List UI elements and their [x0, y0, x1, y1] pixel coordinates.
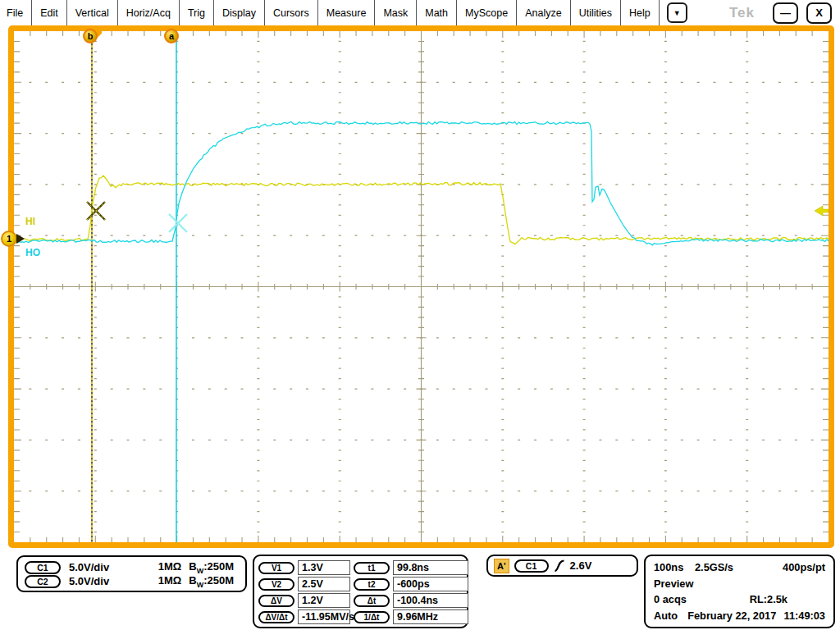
trigger-mode: Auto: [654, 609, 678, 622]
acquisition-status: Preview: [654, 578, 693, 590]
channel-readout-box: C1 5.0V/div 1MΩBW:250M C2 5.0V/div 1MΩBW…: [16, 555, 247, 592]
trigger-level-value: 2.6V: [570, 559, 592, 572]
channel-2-coupling: 1MΩBW:250M: [158, 574, 234, 589]
record-length: RL:2.5k: [750, 593, 788, 605]
cursor-b-handle[interactable]: b: [83, 29, 98, 43]
trace-label-hi: HI: [25, 216, 35, 227]
datetime-row: Auto February 22, 2017 11:49:03: [654, 609, 825, 622]
menu-file[interactable]: File: [0, 0, 32, 25]
channel-1-row: C1 5.0V/div 1MΩBW:250M: [25, 560, 239, 574]
channel-1-marker[interactable]: 1: [1, 231, 17, 247]
channel-1-coupling: 1MΩBW:250M: [158, 560, 234, 575]
menu-mask[interactable]: Mask: [375, 0, 417, 25]
channel-2-scale: 5.0V/div: [69, 575, 109, 587]
channel-1-arrow-icon: [16, 234, 25, 244]
channel-2-button[interactable]: C2: [25, 575, 61, 588]
close-button[interactable]: X: [806, 2, 832, 24]
t2-value: -600ps: [393, 577, 468, 591]
freq-value: 9.96MHz: [393, 609, 468, 624]
menu-vertical[interactable]: Vertical: [67, 0, 118, 25]
trigger-readout-box: A' C1 2.6V: [486, 555, 638, 577]
menu-display[interactable]: Display: [214, 0, 265, 25]
t2-label: t2: [354, 578, 390, 591]
menu-utilities[interactable]: Utilities: [571, 0, 621, 25]
readout-area: C1 5.0V/div 1MΩBW:250M C2 5.0V/div 1MΩBW…: [0, 548, 840, 630]
delta-v-label: ΔV: [258, 595, 294, 607]
t1-value: 99.8ns: [393, 560, 468, 575]
sample-resolution: 400ps/pt: [783, 561, 825, 573]
trigger-event-tag[interactable]: A': [494, 559, 509, 573]
graticule: [14, 31, 829, 542]
menu-help[interactable]: Help: [621, 0, 660, 25]
time-value: 11:49:03: [783, 609, 825, 622]
delta-v-value: 1.2V: [298, 593, 350, 608]
menu-myscope[interactable]: MyScope: [457, 0, 517, 25]
v1-label: V1: [258, 562, 294, 574]
v1-value: 1.3V: [298, 560, 350, 575]
menubar-spacer: [687, 0, 729, 25]
v2-value: 2.5V: [298, 577, 350, 591]
delta-t-label: Δt: [354, 595, 390, 607]
menu-math[interactable]: Math: [417, 0, 457, 25]
acq-row: 0 acqs RL:2.5k: [654, 593, 825, 605]
trigger-source-button[interactable]: C1: [514, 559, 549, 573]
chevron-down-icon: ▼: [673, 9, 681, 17]
trigger-level-arrow[interactable]: [815, 206, 829, 216]
waveform-display: [14, 31, 829, 542]
menu-analyze[interactable]: Analyze: [517, 0, 570, 25]
v2-label: V2: [258, 578, 294, 591]
cursor-a-x-marker: [169, 214, 187, 232]
acquisition-count: 0 acqs: [654, 593, 687, 605]
slope-value: -11.95MV/s: [298, 609, 350, 624]
rising-edge-icon: [554, 559, 565, 573]
slope-label: ΔV/Δt: [258, 611, 294, 623]
cursor-a-handle[interactable]: a: [164, 29, 179, 43]
status-row: Preview: [654, 578, 825, 590]
menu-bar: File Edit Vertical Horiz/Acq Trig Displa…: [0, 0, 840, 25]
delta-t-value: -100.4ns: [393, 593, 468, 608]
sample-rate: 2.5GS/s: [695, 561, 733, 573]
channel-1-button[interactable]: C1: [25, 561, 61, 574]
channel-1-scale: 5.0V/div: [69, 561, 109, 573]
date-value: February 22, 2017: [687, 609, 776, 622]
trace-label-ho: HO: [25, 247, 40, 258]
menu-horiz-acq[interactable]: Horiz/Acq: [118, 0, 180, 25]
minimize-button[interactable]: —: [773, 2, 798, 24]
channel-2-row: C2 5.0V/div 1MΩBW:250M: [25, 574, 239, 588]
menu-measure[interactable]: Measure: [318, 0, 376, 25]
horizontal-readout-box: 100ns 2.5GS/s 400ps/pt Preview 0 acqs RL…: [644, 555, 835, 628]
menu-edit[interactable]: Edit: [32, 0, 67, 25]
cursor-readout-box: V1 1.3V t1 99.8ns V2 2.5V t2 -600ps ΔV 1…: [253, 555, 468, 628]
timebase-row: 100ns 2.5GS/s 400ps/pt: [654, 561, 825, 573]
freq-label: 1/Δt: [354, 611, 390, 623]
timebase-scale: 100ns: [654, 561, 695, 573]
menu-cursors[interactable]: Cursors: [265, 0, 318, 25]
t1-label: t1: [354, 562, 390, 574]
menu-trig[interactable]: Trig: [180, 0, 214, 25]
menu-overflow-button[interactable]: ▼: [667, 2, 687, 23]
tek-logo: Tek: [729, 5, 755, 21]
